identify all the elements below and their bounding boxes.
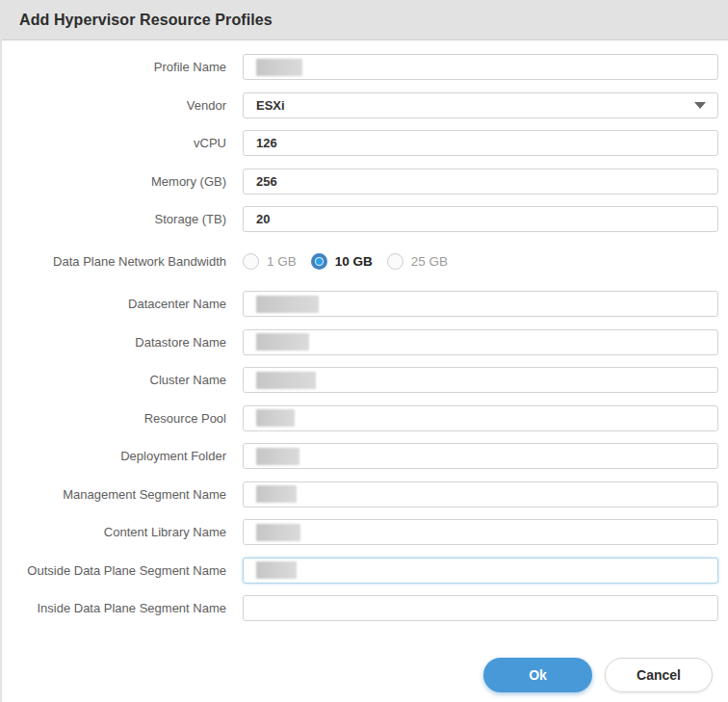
form-row-vcpu: vCPU 126: [2, 130, 728, 156]
storage-label: Storage (TB): [2, 212, 243, 226]
outside-data-plane-segment-name-label: Outside Data Plane Segment Name: [2, 563, 243, 578]
form-row-bandwidth: Data Plane Network Bandwidth 1 GB 10 GB …: [2, 248, 728, 274]
cluster-name-input[interactable]: [243, 367, 718, 393]
memory-input[interactable]: 256: [243, 169, 718, 195]
form-row-datacenter-name: Datacenter Name: [2, 291, 728, 317]
cluster-name-label: Cluster Name: [2, 373, 243, 387]
memory-value: 256: [256, 174, 277, 189]
deployment-folder-input[interactable]: [243, 443, 718, 469]
radio-unselected-icon: [387, 253, 403, 270]
storage-input[interactable]: 20: [243, 206, 718, 232]
dialog-header: Add Hypervisor Resource Profiles: [2, 0, 728, 40]
redacted-value: [256, 372, 316, 389]
form-row-content-library-name: Content Library Name: [2, 519, 728, 545]
resource-pool-label: Resource Pool: [2, 411, 243, 426]
form-body: Profile Name Vendor ESXi vCPU 126: [2, 40, 728, 621]
radio-option-1gb-label: 1 GB: [267, 254, 297, 269]
radio-unselected-icon: [243, 253, 259, 270]
redacted-value: [256, 561, 297, 579]
resource-pool-input[interactable]: [243, 405, 718, 431]
form-row-deployment-folder: Deployment Folder: [2, 443, 728, 469]
cancel-button[interactable]: Cancel: [605, 658, 713, 692]
redacted-value: [256, 485, 297, 503]
deployment-folder-label: Deployment Folder: [2, 449, 243, 463]
redacted-value: [256, 448, 299, 465]
form-row-storage: Storage (TB) 20: [2, 206, 728, 232]
form-row-outside-data-plane-segment-name: Outside Data Plane Segment Name: [2, 558, 728, 584]
form-row-datastore-name: Datastore Name: [2, 329, 728, 355]
datastore-name-label: Datastore Name: [2, 335, 243, 350]
add-hypervisor-resource-profiles-dialog: Add Hypervisor Resource Profiles Profile…: [0, 0, 728, 702]
content-library-name-label: Content Library Name: [2, 525, 243, 539]
form-row-inside-data-plane-segment-name: Inside Data Plane Segment Name: [2, 595, 728, 621]
form-row-resource-pool: Resource Pool: [2, 405, 728, 431]
radio-option-25gb[interactable]: 25 GB: [387, 253, 448, 270]
inside-data-plane-segment-name-input[interactable]: [243, 595, 718, 621]
redacted-value: [256, 524, 300, 541]
vendor-label: Vendor: [2, 98, 243, 113]
form-row-memory: Memory (GB) 256: [2, 169, 728, 195]
vcpu-input[interactable]: 126: [243, 130, 718, 156]
radio-option-10gb-label: 10 GB: [335, 254, 373, 269]
vcpu-value: 126: [256, 136, 277, 150]
content-library-name-input[interactable]: [243, 519, 718, 545]
memory-label: Memory (GB): [2, 174, 243, 189]
vcpu-label: vCPU: [2, 136, 243, 150]
radio-option-1gb[interactable]: 1 GB: [243, 253, 297, 270]
vendor-selected-value: ESXi: [256, 98, 285, 113]
profile-name-label: Profile Name: [2, 60, 243, 74]
form-row-vendor: Vendor ESXi: [2, 92, 728, 118]
radio-option-10gb[interactable]: 10 GB: [311, 253, 373, 270]
chevron-down-icon: [694, 102, 706, 109]
profile-name-input[interactable]: [243, 54, 718, 80]
storage-value: 20: [256, 212, 270, 226]
bandwidth-label: Data Plane Network Bandwidth: [2, 254, 243, 269]
datacenter-name-label: Datacenter Name: [2, 297, 243, 311]
radio-selected-icon: [311, 253, 327, 270]
dialog-title: Add Hypervisor Resource Profiles: [19, 12, 273, 29]
form-row-profile-name: Profile Name: [2, 54, 728, 80]
redacted-value: [256, 59, 302, 76]
bandwidth-radio-group: 1 GB 10 GB 25 GB: [243, 248, 718, 274]
datacenter-name-input[interactable]: [243, 291, 718, 317]
outside-data-plane-segment-name-input[interactable]: [243, 558, 718, 584]
management-segment-name-label: Management Segment Name: [2, 487, 243, 502]
datastore-name-input[interactable]: [243, 329, 718, 355]
management-segment-name-input[interactable]: [243, 481, 718, 507]
form-row-cluster-name: Cluster Name: [2, 367, 728, 393]
ok-button[interactable]: Ok: [483, 658, 592, 692]
radio-option-25gb-label: 25 GB: [411, 254, 448, 269]
form-row-management-segment-name: Management Segment Name: [2, 481, 728, 507]
dialog-footer: Ok Cancel: [2, 658, 728, 692]
redacted-value: [256, 296, 319, 313]
redacted-value: [256, 409, 295, 427]
redacted-value: [256, 333, 309, 351]
vendor-select[interactable]: ESXi: [243, 92, 718, 118]
inside-data-plane-segment-name-label: Inside Data Plane Segment Name: [2, 601, 243, 615]
